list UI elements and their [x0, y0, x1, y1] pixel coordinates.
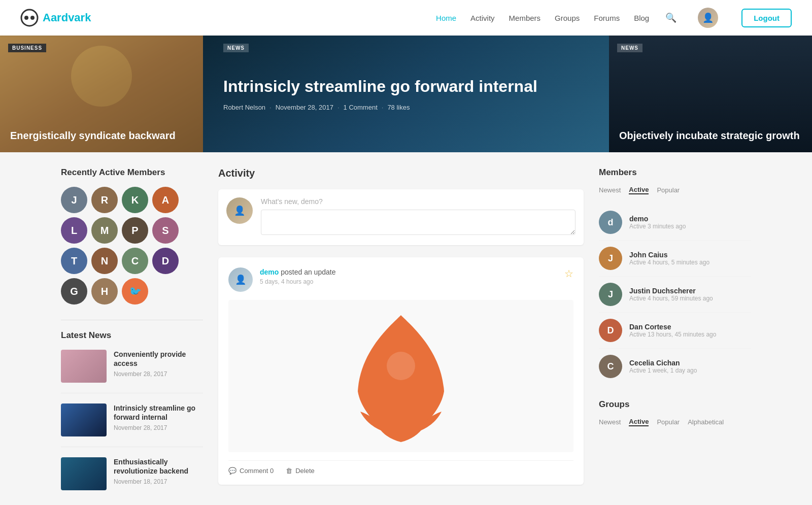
groups-tab-popular[interactable]: Popular [657, 418, 680, 426]
comment-icon: 💬 [228, 467, 236, 475]
user-avatar-header[interactable]: 👤 [698, 8, 718, 28]
member-avatar-5[interactable]: M [91, 217, 118, 244]
members-grid: JRKALMPSTNCDGH🐦 [61, 187, 203, 305]
activity-user-avatar: 👤 [226, 197, 253, 224]
member-avatar-6[interactable]: P [122, 217, 148, 244]
member-list-item-2[interactable]: J Justin Duchscherer Active 4 hours, 59 … [599, 277, 751, 313]
activity-placeholder: What's new, demo? [261, 197, 576, 206]
news-title-2: Enthusiastically revolutionize backend [114, 457, 203, 476]
hero-right-title: Objectively incubate strategic growth [619, 129, 800, 142]
rocket-image [345, 310, 457, 442]
member-avatar-8[interactable]: T [61, 248, 87, 274]
nav-blog[interactable]: Blog [634, 14, 649, 22]
news-item-0[interactable]: Conveniently provide access November 28,… [61, 350, 203, 393]
member-avatar-14[interactable]: 🐦 [122, 278, 148, 305]
post-time: 5 days, 4 hours ago [260, 278, 335, 285]
member-list-info-3: Dan Cortese Active 13 hours, 45 minutes … [629, 323, 716, 338]
star-button[interactable]: ☆ [564, 267, 573, 280]
news-thumb-1 [61, 403, 107, 436]
member-avatar-4[interactable]: L [61, 217, 87, 244]
logo-text: Aardvark [43, 11, 91, 24]
member-avatar-7[interactable]: S [152, 217, 179, 244]
activity-avatar-image: 👤 [226, 197, 253, 224]
member-list-name-4: Cecelia Cichan [629, 359, 697, 367]
svg-point-3 [387, 352, 415, 380]
hero-center[interactable]: NEWS Intrinsicly streamline go forward i… [203, 36, 609, 152]
hero-right-badge: NEWS [617, 44, 642, 52]
delete-button[interactable]: 🗑 Delete [286, 467, 315, 475]
svg-point-2 [30, 16, 35, 20]
post-body [228, 300, 573, 452]
groups-tab-newest[interactable]: Newest [599, 418, 621, 426]
member-avatar-9[interactable]: N [91, 248, 118, 274]
hero-center-title: Intrinsicly streamline go forward intern… [223, 77, 589, 96]
nav-home[interactable]: Home [436, 14, 456, 22]
tab-active[interactable]: Active [629, 186, 649, 194]
member-avatar-1[interactable]: R [91, 187, 118, 213]
activity-input-wrap: What's new, demo? [261, 197, 576, 237]
post-header: 👤 demo posted an update 5 days, 4 hours … [228, 267, 573, 292]
main-content: Recently Active Members JRKALMPSTNCDGH🐦 … [51, 152, 761, 505]
member-list-name-2: Justin Duchscherer [629, 287, 713, 295]
hero-comments: 1 Comment [344, 104, 378, 111]
groups-title: Groups [599, 399, 751, 410]
tab-popular[interactable]: Popular [657, 186, 680, 194]
nav-activity[interactable]: Activity [470, 14, 495, 22]
member-list-item-0[interactable]: d demo Active 3 minutes ago [599, 205, 751, 241]
news-date-2: November 18, 2017 [114, 478, 203, 485]
news-item-1[interactable]: Intrinsicly streamline go forward intern… [61, 403, 203, 447]
hero-left-title: Energistically syndicate backward [10, 129, 176, 142]
main-nav: Home Activity Members Groups Forums Blog… [436, 8, 792, 28]
nav-groups[interactable]: Groups [555, 14, 580, 22]
member-list-name-1: John Caius [629, 251, 709, 259]
member-list-item-1[interactable]: J John Caius Active 4 hours, 5 minutes a… [599, 241, 751, 277]
member-avatar-3[interactable]: A [152, 187, 179, 213]
member-avatar-0[interactable]: J [61, 187, 87, 213]
member-list-avatar-4: C [599, 355, 622, 378]
hero-date: November 28, 2017 [276, 104, 333, 111]
member-list-info-0: demo Active 3 minutes ago [629, 215, 686, 230]
nav-members[interactable]: Members [509, 14, 541, 22]
member-list-avatar-3: D [599, 319, 622, 342]
activity-textarea[interactable] [261, 210, 576, 235]
sidebar-right: Members Newest Active Popular d demo Act… [599, 167, 751, 505]
news-item-2[interactable]: Enthusiastically revolutionize backend N… [61, 457, 203, 500]
member-list-info-1: John Caius Active 4 hours, 5 minutes ago [629, 251, 709, 266]
groups-tab-alphabetical[interactable]: Alphabetical [688, 418, 724, 426]
member-list-info-4: Cecelia Cichan Active 1 week, 1 day ago [629, 359, 697, 374]
header: Aardvark Home Activity Members Groups Fo… [0, 0, 812, 36]
search-button[interactable]: 🔍 [663, 10, 679, 25]
member-list-avatar-0: d [599, 211, 622, 234]
news-content-0: Conveniently provide access November 28,… [114, 350, 203, 383]
groups-tab-active[interactable]: Active [629, 418, 649, 426]
member-avatar-12[interactable]: G [61, 278, 87, 305]
member-list-item-4[interactable]: C Cecelia Cichan Active 1 week, 1 day ag… [599, 349, 751, 384]
hero-center-badge: NEWS [223, 44, 249, 52]
member-list-info-2: Justin Duchscherer Active 4 hours, 59 mi… [629, 287, 713, 302]
groups-tabs: Newest Active Popular Alphabetical [599, 418, 751, 426]
hero-left[interactable]: BUSINESS Energistically syndicate backwa… [0, 36, 203, 152]
svg-point-1 [24, 16, 28, 20]
logo[interactable]: Aardvark [20, 9, 91, 27]
tab-newest[interactable]: Newest [599, 186, 621, 194]
logout-button[interactable]: Logout [741, 9, 792, 27]
member-list-name-0: demo [629, 215, 686, 223]
nav-forums[interactable]: Forums [594, 14, 620, 22]
member-list-status-3: Active 13 hours, 45 minutes ago [629, 331, 716, 338]
comment-button[interactable]: 💬 Comment 0 [228, 467, 274, 475]
post-avatar: 👤 [228, 267, 253, 292]
member-list-status-0: Active 3 minutes ago [629, 223, 686, 230]
news-thumb-0 [61, 350, 107, 383]
post-username[interactable]: demo [260, 268, 279, 276]
delete-icon: 🗑 [286, 467, 292, 475]
member-list-item-3[interactable]: D Dan Cortese Active 13 hours, 45 minute… [599, 313, 751, 349]
member-avatar-11[interactable]: D [152, 248, 179, 274]
news-date-0: November 28, 2017 [114, 371, 203, 378]
members-tabs: Newest Active Popular [599, 186, 751, 194]
hero-right[interactable]: NEWS Objectively incubate strategic grow… [609, 36, 812, 152]
hero-likes: 78 likes [387, 104, 410, 111]
member-avatar-10[interactable]: C [122, 248, 148, 274]
right-members-title: Members [599, 167, 751, 178]
member-avatar-13[interactable]: H [91, 278, 118, 305]
member-avatar-2[interactable]: K [122, 187, 148, 213]
